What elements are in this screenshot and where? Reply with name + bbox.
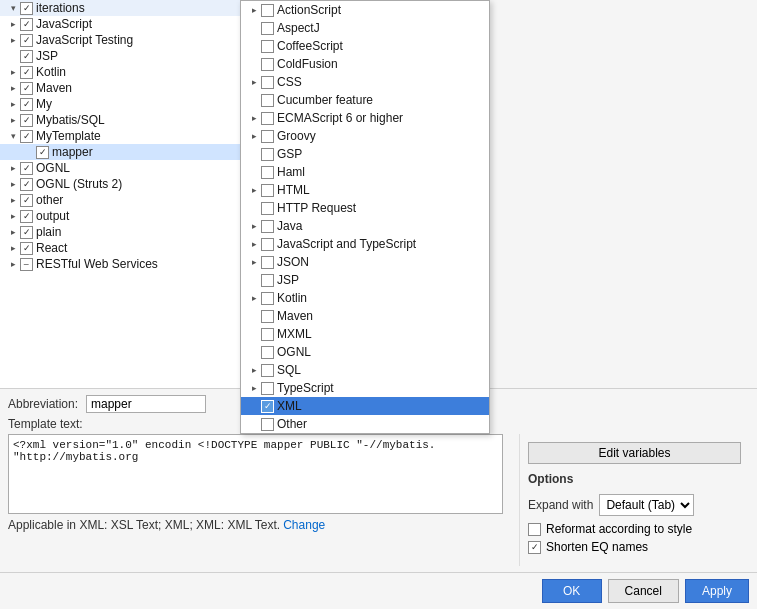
dropdown-item-java[interactable]: ▸Java (241, 217, 489, 235)
ok-button[interactable]: OK (542, 579, 602, 603)
tree-item-kotlin[interactable]: ▸Kotlin (0, 64, 244, 80)
tree-item-maven[interactable]: ▸Maven (0, 80, 244, 96)
tree-item-ognl[interactable]: ▸OGNL (0, 160, 244, 176)
tree-item-output[interactable]: ▸output (0, 208, 244, 224)
checkbox-javascript[interactable] (20, 18, 33, 31)
dropdown-item-jsp-d[interactable]: JSP (241, 271, 489, 289)
dd-checkbox-javascript-ts[interactable] (261, 238, 274, 251)
checkbox-restful[interactable] (20, 258, 33, 271)
dd-checkbox-sql[interactable] (261, 364, 274, 377)
dd-checkbox-coldfusion[interactable] (261, 58, 274, 71)
checkbox-plain[interactable] (20, 226, 33, 239)
edit-variables-button[interactable]: Edit variables (528, 442, 741, 464)
dd-checkbox-mxml[interactable] (261, 328, 274, 341)
toggle-ognl[interactable]: ▸ (6, 161, 20, 175)
dropdown-item-ecmascript[interactable]: ▸ECMAScript 6 or higher (241, 109, 489, 127)
dd-checkbox-jsp-d[interactable] (261, 274, 274, 287)
tree-item-mybatis-sql[interactable]: ▸Mybatis/SQL (0, 112, 244, 128)
dd-checkbox-html[interactable] (261, 184, 274, 197)
dd-checkbox-css[interactable] (261, 76, 274, 89)
dropdown-item-gsp[interactable]: GSP (241, 145, 489, 163)
abbreviation-input[interactable] (86, 395, 206, 413)
dd-checkbox-groovy[interactable] (261, 130, 274, 143)
toggle-maven[interactable]: ▸ (6, 81, 20, 95)
checkbox-react[interactable] (20, 242, 33, 255)
cancel-button[interactable]: Cancel (608, 579, 679, 603)
tree-item-jsp[interactable]: JSP (0, 48, 244, 64)
dropdown-item-kotlin-d[interactable]: ▸Kotlin (241, 289, 489, 307)
dd-checkbox-ognl-d[interactable] (261, 346, 274, 359)
tree-item-javascript-testing[interactable]: ▸JavaScript Testing (0, 32, 244, 48)
dd-checkbox-gsp[interactable] (261, 148, 274, 161)
toggle-output[interactable]: ▸ (6, 209, 20, 223)
tree-item-my[interactable]: ▸My (0, 96, 244, 112)
dropdown-item-coldfusion[interactable]: ColdFusion (241, 55, 489, 73)
expand-with-select[interactable]: Default (Tab)TabEnterSpace (599, 494, 694, 516)
dropdown-item-json[interactable]: ▸JSON (241, 253, 489, 271)
dd-checkbox-java[interactable] (261, 220, 274, 233)
checkbox-output[interactable] (20, 210, 33, 223)
tree-item-plain[interactable]: ▸plain (0, 224, 244, 240)
dropdown-item-coffeescript[interactable]: CoffeeScript (241, 37, 489, 55)
dd-checkbox-cucumber[interactable] (261, 94, 274, 107)
toggle-plain[interactable]: ▸ (6, 225, 20, 239)
tree-item-iterations[interactable]: ▾iterations (0, 0, 244, 16)
toggle-mytemplate[interactable]: ▾ (6, 129, 20, 143)
checkbox-ognl[interactable] (20, 162, 33, 175)
checkbox-jsp[interactable] (20, 50, 33, 63)
dd-checkbox-coffeescript[interactable] (261, 40, 274, 53)
dd-checkbox-ecmascript[interactable] (261, 112, 274, 125)
toggle-react[interactable]: ▸ (6, 241, 20, 255)
toggle-ognl-struts2[interactable]: ▸ (6, 177, 20, 191)
toggle-kotlin[interactable]: ▸ (6, 65, 20, 79)
tree-item-react[interactable]: ▸React (0, 240, 244, 256)
dropdown-item-haml[interactable]: Haml (241, 163, 489, 181)
dropdown-item-actionscript[interactable]: ▸ActionScript (241, 1, 489, 19)
shorten-eq-checkbox[interactable] (528, 541, 541, 554)
toggle-restful[interactable]: ▸ (6, 257, 20, 271)
checkbox-mapper[interactable] (36, 146, 49, 159)
checkbox-iterations[interactable] (20, 2, 33, 15)
dd-checkbox-maven-d[interactable] (261, 310, 274, 323)
dd-checkbox-aspectj[interactable] (261, 22, 274, 35)
apply-button[interactable]: Apply (685, 579, 749, 603)
dd-checkbox-http-request[interactable] (261, 202, 274, 215)
tree-item-restful[interactable]: ▸RESTful Web Services (0, 256, 244, 272)
tree-item-javascript[interactable]: ▸JavaScript (0, 16, 244, 32)
dd-checkbox-json[interactable] (261, 256, 274, 269)
tree-item-ognl-struts2[interactable]: ▸OGNL (Struts 2) (0, 176, 244, 192)
dropdown-item-css[interactable]: ▸CSS (241, 73, 489, 91)
dropdown-item-http-request[interactable]: HTTP Request (241, 199, 489, 217)
checkbox-mytemplate[interactable] (20, 130, 33, 143)
template-editor[interactable]: <?xml version="1.0" encodin <!DOCTYPE ma… (8, 434, 503, 514)
dd-checkbox-typescript[interactable] (261, 382, 274, 389)
toggle-iterations[interactable]: ▾ (6, 1, 20, 15)
toggle-other[interactable]: ▸ (6, 193, 20, 207)
checkbox-javascript-testing[interactable] (20, 34, 33, 47)
checkbox-my[interactable] (20, 98, 33, 111)
tree-item-other[interactable]: ▸other (0, 192, 244, 208)
checkbox-ognl-struts2[interactable] (20, 178, 33, 191)
dropdown-item-typescript[interactable]: ▸TypeScript (241, 379, 489, 388)
reformat-checkbox[interactable] (528, 523, 541, 536)
toggle-javascript[interactable]: ▸ (6, 17, 20, 31)
tree-item-mapper[interactable]: mapper (0, 144, 244, 160)
dropdown-item-sql[interactable]: ▸SQL (241, 361, 489, 379)
dd-checkbox-kotlin-d[interactable] (261, 292, 274, 305)
dropdown-item-aspectj[interactable]: AspectJ (241, 19, 489, 37)
applicable-change-link[interactable]: Change (283, 518, 325, 532)
dropdown-item-groovy[interactable]: ▸Groovy (241, 127, 489, 145)
dropdown-item-ognl-d[interactable]: OGNL (241, 343, 489, 361)
dd-checkbox-actionscript[interactable] (261, 4, 274, 17)
checkbox-other[interactable] (20, 194, 33, 207)
dropdown-item-maven-d[interactable]: Maven (241, 307, 489, 325)
tree-item-mytemplate[interactable]: ▾MyTemplate (0, 128, 244, 144)
dd-checkbox-haml[interactable] (261, 166, 274, 179)
toggle-my[interactable]: ▸ (6, 97, 20, 111)
toggle-javascript-testing[interactable]: ▸ (6, 33, 20, 47)
checkbox-maven[interactable] (20, 82, 33, 95)
toggle-mybatis-sql[interactable]: ▸ (6, 113, 20, 127)
checkbox-mybatis-sql[interactable] (20, 114, 33, 127)
dropdown-item-mxml[interactable]: MXML (241, 325, 489, 343)
dropdown-item-javascript-ts[interactable]: ▸JavaScript and TypeScript (241, 235, 489, 253)
